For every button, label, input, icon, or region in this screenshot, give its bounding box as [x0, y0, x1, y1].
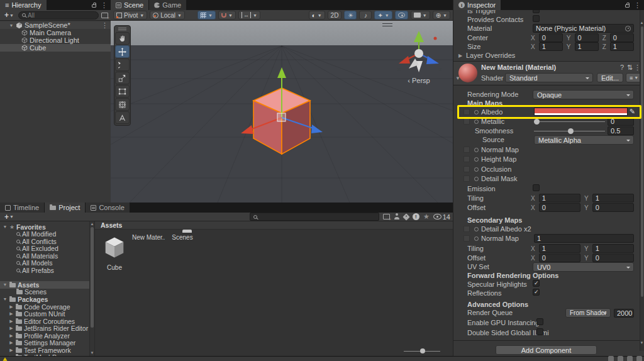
source-dropdown[interactable]: Metallic Alpha	[534, 135, 634, 145]
layer-overrides-row[interactable]: ▶ Layer Overrides	[453, 51, 640, 60]
secondary-normal-value-field[interactable]: 1	[534, 234, 634, 243]
favorites-star-icon[interactable]: ★	[423, 213, 430, 221]
search-by-type-icon[interactable]	[383, 214, 390, 219]
status-icon[interactable]	[618, 356, 623, 361]
eyedropper-icon[interactable]: ✎	[630, 108, 635, 116]
kebab-menu-icon[interactable]: ⋮	[101, 1, 108, 9]
texture-slot[interactable]	[464, 147, 470, 153]
hidden-packages-icon[interactable]: !	[413, 213, 419, 220]
tab-hierarchy[interactable]: ≡ Hierarchy	[0, 0, 47, 10]
double-sided-gi-checkbox[interactable]	[536, 328, 543, 335]
asset-cube[interactable]: Cube	[98, 233, 131, 271]
metallic-slider[interactable]	[534, 117, 605, 126]
kebab-menu-icon[interactable]: ⋮	[101, 21, 111, 30]
render-queue-dropdown[interactable]: From Shader	[565, 308, 611, 318]
package-item[interactable]: ▶Editor Coroutines	[0, 318, 89, 325]
transform-tool[interactable]	[115, 98, 130, 111]
material-preview-sphere[interactable]	[458, 64, 477, 82]
scroll-up-icon[interactable]: ▲	[90, 222, 94, 226]
scene-lighting-toggle[interactable]: ☀	[344, 11, 357, 19]
tab-project[interactable]: Project	[45, 203, 85, 213]
scroll-down-icon[interactable]: ▼	[90, 351, 94, 355]
smoothness-value-field[interactable]: 0.5	[608, 126, 634, 135]
center-z-field[interactable]: 0	[610, 33, 634, 42]
rect-tool[interactable]	[115, 85, 130, 97]
tiling-x-field[interactable]: 1	[539, 194, 580, 203]
tab-scene[interactable]: Scene	[111, 0, 148, 10]
rendering-mode-dropdown[interactable]: Opaque	[533, 90, 634, 99]
hierarchy-search-input[interactable]	[28, 12, 95, 19]
search-by-import-icon[interactable]	[394, 213, 400, 220]
favorite-item[interactable]: All Materials	[0, 252, 89, 260]
lock-icon[interactable]	[625, 4, 630, 8]
add-component-button[interactable]: Add Component	[496, 345, 597, 355]
specular-highlights-checkbox[interactable]	[533, 280, 540, 287]
add-object-button[interactable]: +▼	[3, 11, 16, 19]
uv-set-dropdown[interactable]: UV0	[533, 262, 634, 272]
metallic-value-field[interactable]: 0	[608, 117, 634, 126]
offset2-y-field[interactable]: 0	[592, 253, 634, 262]
asset-new-material[interactable]: New Mater...	[132, 233, 165, 241]
tree-packages-root[interactable]: ▼ Packages	[0, 296, 89, 303]
tree-scenes-folder[interactable]: Scenes	[0, 289, 89, 296]
shading-mode-button[interactable]: ◐▼	[309, 11, 325, 19]
center-x-field[interactable]: 0	[539, 33, 563, 42]
tiling2-x-field[interactable]: 1	[539, 244, 580, 253]
persp-label[interactable]: ‹ Persp	[394, 77, 444, 84]
status-icon[interactable]	[627, 356, 633, 361]
favorite-item[interactable]: All Excluded	[0, 245, 89, 253]
hierarchy-item-main-camera[interactable]: Main Camera	[0, 29, 111, 36]
scene-audio-toggle[interactable]: ♪	[359, 11, 372, 19]
asset-scenes-folder[interactable]: Scenes	[166, 233, 199, 241]
tab-timeline[interactable]: Timeline	[0, 203, 44, 213]
scrollbar-thumb[interactable]	[91, 227, 94, 328]
gizmos-button[interactable]: ⊕▼	[433, 11, 450, 19]
overlay-drag-handle[interactable]	[118, 28, 126, 30]
camera-settings-button[interactable]: ▼	[411, 11, 430, 19]
scene-effects-toggle[interactable]: ✦▼	[374, 11, 392, 19]
view-hand-tool[interactable]	[115, 32, 130, 45]
rotate-tool[interactable]	[115, 58, 130, 71]
foldout-icon[interactable]: ▶	[458, 53, 462, 58]
orientation-gizmo[interactable]: x z ‹ Persp	[394, 28, 444, 86]
package-item[interactable]: ▶Settings Manager	[0, 340, 89, 347]
material-foldout-icon[interactable]: ▼	[455, 75, 460, 81]
package-item[interactable]: ▶Code Coverage	[0, 303, 89, 311]
tree-scrollbar[interactable]: ▲ ▼	[89, 221, 94, 356]
emission-checkbox[interactable]	[533, 184, 540, 191]
texture-slot[interactable]	[464, 118, 470, 125]
tool-snapping-button[interactable]: ↔▼	[238, 11, 260, 19]
warning-icon[interactable]	[3, 357, 8, 361]
foldout-icon[interactable]: ▼	[9, 23, 14, 28]
favorite-item[interactable]: All Conflicts	[0, 238, 89, 245]
status-icon[interactable]	[608, 356, 614, 361]
hierarchy-item-cube[interactable]: Cube	[0, 44, 111, 52]
texture-slot[interactable]	[464, 175, 470, 182]
reflections-checkbox[interactable]	[533, 289, 540, 296]
size-x-field[interactable]: 1	[539, 42, 563, 51]
save-search-icon[interactable]	[101, 13, 108, 18]
project-search[interactable]	[250, 213, 379, 221]
custom-tool[interactable]	[115, 111, 130, 124]
albedo-color-swatch[interactable]	[534, 108, 628, 116]
move-tool[interactable]	[115, 45, 130, 58]
help-icon[interactable]: ?	[620, 64, 624, 71]
scene-viewport[interactable]: x z ‹ Persp	[111, 21, 453, 203]
selected-cube[interactable]	[219, 66, 345, 173]
thumbnail-zoom-slider[interactable]	[404, 348, 440, 354]
package-item[interactable]: ▶Test Framework	[0, 347, 89, 354]
edit-shader-button[interactable]: Edit...	[597, 73, 623, 82]
scroll-down-icon[interactable]: ▼	[640, 341, 644, 345]
physic-material-field[interactable]: None (Physic Material)	[533, 24, 634, 33]
package-item[interactable]: ▶JetBrains Rider Editor	[0, 325, 89, 333]
center-y-field[interactable]: 0	[575, 33, 599, 42]
inspector-scrollbar[interactable]: ▲ ▼	[640, 10, 644, 351]
offset2-x-field[interactable]: 0	[539, 253, 580, 262]
package-item[interactable]: ▶Profile Analyzer	[0, 332, 89, 340]
hierarchy-item-directional-light[interactable]: Directional Light	[0, 36, 111, 44]
tree-assets-root[interactable]: ▼ Assets	[0, 281, 89, 289]
2d-toggle-button[interactable]: 2D	[328, 11, 342, 19]
lock-icon[interactable]	[92, 4, 96, 8]
add-asset-button[interactable]: +▼	[3, 213, 16, 221]
gpu-instancing-checkbox[interactable]	[536, 318, 543, 325]
